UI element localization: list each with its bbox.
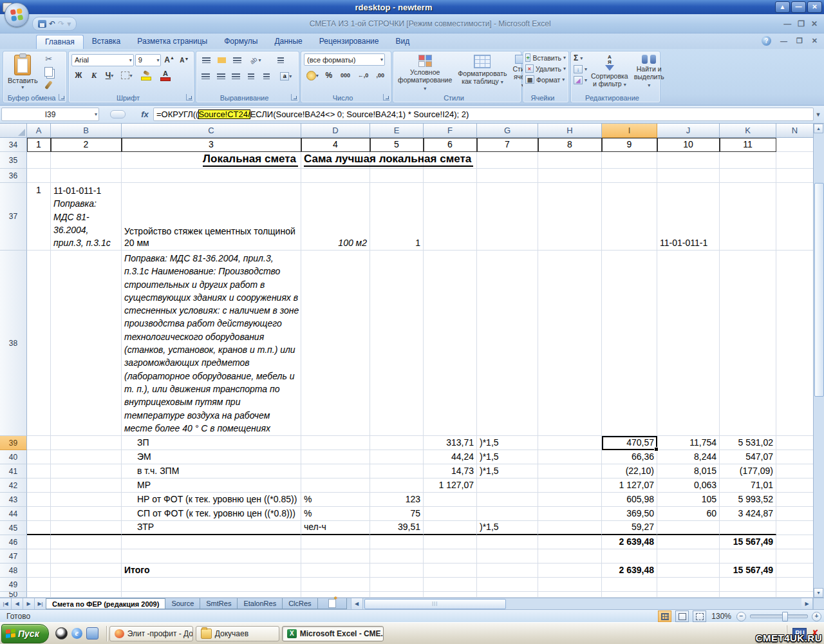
cell-E37[interactable]: 1 (370, 183, 424, 251)
column-header-N[interactable]: N (776, 124, 814, 138)
cell-C45[interactable]: ЗТР (122, 521, 301, 535)
cell-H44[interactable] (538, 507, 602, 521)
cell-K35[interactable] (720, 152, 776, 169)
cell-A46[interactable] (27, 535, 51, 549)
excel-minimize-button[interactable]: — (783, 19, 791, 28)
office-button[interactable] (5, 3, 29, 27)
cell-B35[interactable] (51, 152, 122, 169)
horizontal-scroll-thumb[interactable] (364, 599, 506, 609)
task-button-2[interactable]: Докучаев (196, 626, 279, 641)
cell-J50[interactable] (657, 592, 720, 598)
cell-B45[interactable] (51, 521, 122, 535)
insert-worksheet-tab[interactable] (317, 598, 347, 609)
orientation-button[interactable]: ab▾ (245, 53, 266, 66)
cell-J36[interactable] (657, 169, 720, 183)
shrink-font-button[interactable]: А▼ (178, 53, 191, 66)
hscroll-left-icon[interactable]: ◀ (351, 598, 363, 609)
cell-I46[interactable]: 2 639,48 (602, 535, 657, 549)
cell-J37[interactable]: 11-01-011-1 (657, 183, 720, 251)
workbook-restore-button[interactable]: ❐ (796, 37, 803, 45)
cell-G37[interactable] (477, 183, 538, 251)
font-color-button[interactable]: А (156, 69, 174, 82)
row-header-48[interactable]: 48 (0, 564, 27, 578)
undo-icon[interactable]: ↶ (49, 19, 55, 28)
name-box-dropdown-icon[interactable]: ▾ (95, 111, 97, 117)
row-header-38[interactable]: 38 (0, 251, 27, 436)
cell-K47[interactable] (720, 549, 776, 564)
cell-I34[interactable]: 9 (602, 138, 657, 152)
cell-B49[interactable] (51, 578, 122, 592)
cell-G45[interactable]: )*1,5 (477, 521, 538, 535)
align-middle-button[interactable] (214, 53, 229, 66)
cell-N37[interactable] (776, 183, 814, 251)
sheet-tab-5[interactable]: ClcRes (282, 598, 317, 609)
cell-B44[interactable] (51, 507, 122, 521)
name-box[interactable]: I39▾ (1, 108, 99, 121)
cell-J34[interactable]: 10 (657, 138, 720, 152)
cell-H45[interactable] (538, 521, 602, 535)
cell-N45[interactable] (776, 521, 814, 535)
cell-D40[interactable] (301, 450, 370, 464)
cell-A42[interactable] (27, 478, 51, 493)
cell-G34[interactable]: 7 (477, 138, 538, 152)
cell-E43[interactable]: 123 (370, 493, 424, 507)
cell-F41[interactable]: 14,73 (424, 464, 477, 478)
cell-D45[interactable]: чел-ч (301, 521, 370, 535)
cell-H46[interactable] (538, 535, 602, 549)
cell-J47[interactable] (657, 549, 720, 564)
cell-C41[interactable]: в т.ч. ЗПМ (122, 464, 301, 478)
cell-J39[interactable]: 11,754 (657, 436, 720, 450)
cell-J41[interactable]: 8,015 (657, 464, 720, 478)
cell-C48[interactable]: Итого (122, 564, 301, 578)
cell-D44[interactable]: % (301, 507, 370, 521)
cell-H50[interactable] (538, 592, 602, 598)
cell-J40[interactable]: 8,244 (657, 450, 720, 464)
row-header-46[interactable]: 46 (0, 535, 27, 549)
sheet-tab-2[interactable]: Source (165, 598, 200, 609)
cell-E38[interactable] (370, 251, 424, 436)
cell-B39[interactable] (51, 436, 122, 450)
cell-F42[interactable]: 1 127,07 (424, 478, 477, 493)
cell-N42[interactable] (776, 478, 814, 493)
cell-F47[interactable] (424, 549, 477, 564)
cell-I49[interactable] (602, 578, 657, 592)
formula-bar-splitter[interactable] (99, 110, 136, 118)
cell-K36[interactable] (720, 169, 776, 183)
comma-format-button[interactable]: 000 (337, 69, 353, 82)
cell-C43[interactable]: НР от ФОТ (к тек. уровню цен ((*0.85)) (122, 493, 301, 507)
cell-N47[interactable] (776, 549, 814, 564)
cell-D42[interactable] (301, 478, 370, 493)
quicklaunch-icon-3[interactable] (86, 627, 98, 639)
cell-D47[interactable] (301, 549, 370, 564)
cell-C34[interactable]: 3 (122, 138, 301, 152)
normal-view-button[interactable] (658, 611, 671, 622)
cell-K40[interactable]: 547,07 (720, 450, 776, 464)
column-header-I[interactable]: I (602, 124, 657, 138)
cell-H42[interactable] (538, 478, 602, 493)
fill-color-button[interactable] (137, 69, 155, 82)
cell-A43[interactable] (27, 493, 51, 507)
cell-J44[interactable]: 60 (657, 507, 720, 521)
cell-K49[interactable] (720, 578, 776, 592)
cell-D48[interactable] (301, 564, 370, 578)
internet-explorer-icon[interactable]: e (71, 628, 82, 639)
cell-J49[interactable] (657, 578, 720, 592)
cell-A48[interactable] (27, 564, 51, 578)
cell-G47[interactable] (477, 549, 538, 564)
cell-I48[interactable]: 2 639,48 (602, 564, 657, 578)
decrease-decimal-button[interactable]: ,00 (372, 69, 388, 82)
cell-F39[interactable]: 313,71 (424, 436, 477, 450)
find-select-button[interactable]: Найти ивыделить ▾ (632, 53, 666, 91)
cell-C47[interactable] (122, 549, 301, 564)
cell-D36[interactable] (301, 169, 370, 183)
column-header-K[interactable]: K (720, 124, 776, 138)
cell-F44[interactable] (424, 507, 477, 521)
cell-J43[interactable]: 105 (657, 493, 720, 507)
column-header-C[interactable]: C (122, 124, 301, 138)
cell-C35[interactable]: Локальная смета (122, 152, 301, 169)
column-header-B[interactable]: B (51, 124, 122, 138)
redo-icon[interactable]: ↷ (58, 19, 64, 28)
cell-E41[interactable] (370, 464, 424, 478)
cell-E39[interactable] (370, 436, 424, 450)
cell-I37[interactable] (602, 183, 657, 251)
